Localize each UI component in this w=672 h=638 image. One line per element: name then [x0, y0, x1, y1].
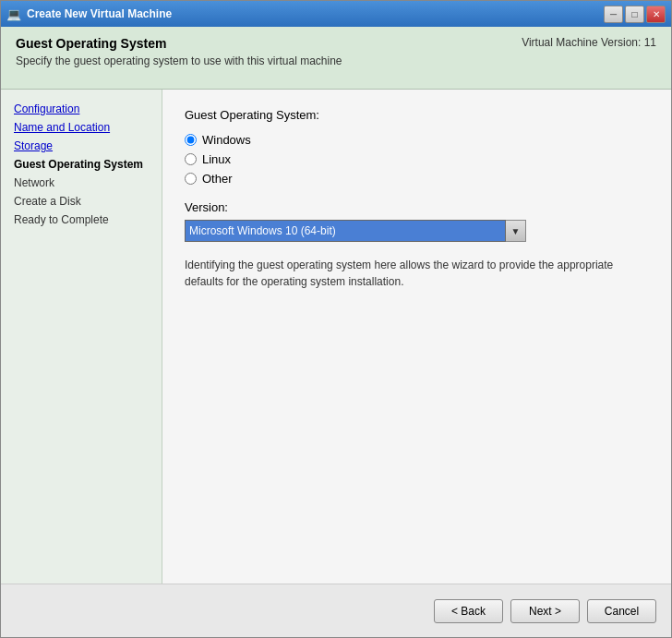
window-icon: 💻 — [6, 6, 21, 21]
radio-windows-label[interactable]: Windows — [202, 133, 251, 147]
header-title: Guest Operating System — [16, 36, 342, 51]
radio-item-linux[interactable]: Linux — [185, 152, 649, 166]
content-area: Configuration Name and Location Storage … — [1, 90, 671, 584]
os-section-label: Guest Operating System: — [185, 108, 649, 122]
version-section: Version: Microsoft Windows 10 (64-bit)Mi… — [185, 200, 649, 242]
header-left: Guest Operating System Specify the guest… — [16, 36, 342, 67]
main-panel: Guest Operating System: Windows Linux Ot… — [162, 90, 671, 584]
sidebar-item-guest-os: Guest Operating System — [10, 156, 152, 173]
vm-version-info: Virtual Machine Version: 11 — [522, 36, 656, 49]
radio-other[interactable] — [185, 173, 197, 185]
footer: < Back Next > Cancel — [1, 584, 671, 637]
version-label: Version: — [185, 200, 649, 214]
radio-linux[interactable] — [185, 153, 197, 165]
close-button[interactable]: ✕ — [646, 6, 666, 23]
header-section: Guest Operating System Specify the guest… — [1, 27, 671, 90]
sidebar-item-network: Network — [10, 175, 152, 191]
next-button[interactable]: Next > — [510, 599, 580, 623]
back-button[interactable]: < Back — [434, 599, 503, 623]
sidebar-item-create-disk: Create a Disk — [10, 193, 152, 210]
restore-button[interactable]: □ — [625, 6, 644, 23]
radio-other-label[interactable]: Other — [202, 172, 233, 186]
radio-linux-label[interactable]: Linux — [202, 152, 231, 166]
sidebar-item-ready: Ready to Complete — [10, 211, 152, 228]
version-select-wrapper: Microsoft Windows 10 (64-bit)Microsoft W… — [185, 220, 526, 242]
radio-item-windows[interactable]: Windows — [185, 133, 649, 147]
title-bar-buttons: ─ □ ✕ — [604, 6, 666, 23]
main-window: 💻 Create New Virtual Machine ─ □ ✕ Guest… — [0, 0, 672, 638]
title-bar: 💻 Create New Virtual Machine ─ □ ✕ — [1, 1, 671, 27]
header-subtitle: Specify the guest operating system to us… — [16, 54, 342, 67]
radio-item-other[interactable]: Other — [185, 172, 649, 186]
os-radio-group: Windows Linux Other — [185, 133, 649, 186]
sidebar-item-storage[interactable]: Storage — [10, 138, 152, 154]
version-select[interactable]: Microsoft Windows 10 (64-bit)Microsoft W… — [185, 220, 506, 242]
cancel-button[interactable]: Cancel — [587, 599, 656, 623]
minimize-button[interactable]: ─ — [604, 6, 623, 23]
window-title: Create New Virtual Machine — [27, 7, 604, 20]
sidebar-item-configuration[interactable]: Configuration — [10, 101, 152, 117]
description-text: Identifying the guest operating system h… — [185, 257, 628, 290]
radio-windows[interactable] — [185, 134, 197, 146]
sidebar-item-name-location[interactable]: Name and Location — [10, 119, 152, 136]
select-dropdown-arrow[interactable]: ▼ — [506, 220, 526, 242]
sidebar: Configuration Name and Location Storage … — [1, 90, 162, 584]
